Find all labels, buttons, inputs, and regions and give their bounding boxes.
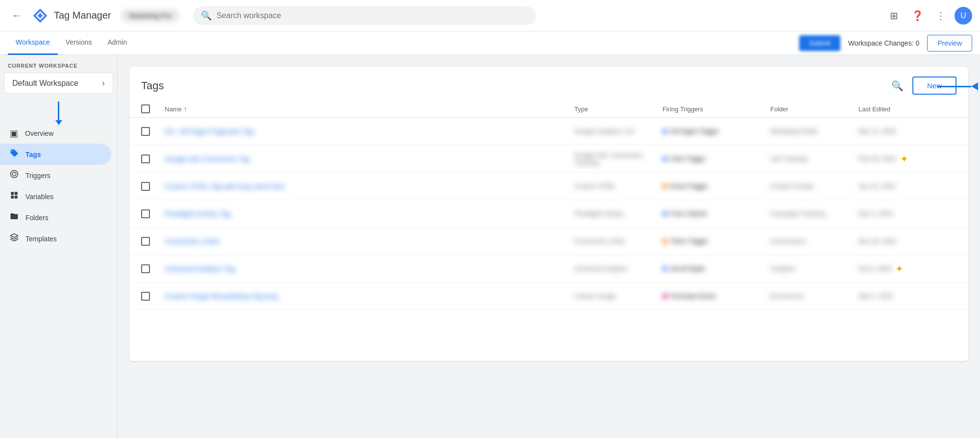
trigger-dot-orange — [662, 239, 667, 244]
sidebar: CURRENT WORKSPACE Default Workspace › ▣ … — [0, 55, 118, 438]
trigger-dot-pink — [662, 294, 667, 299]
select-all-checkbox[interactable] — [141, 104, 150, 113]
arrow-head-left — [971, 82, 978, 90]
navbar-right: Submit Workspace Changes: 0 Preview — [799, 35, 972, 52]
last-edited: Sep 1, 2023 — [858, 292, 956, 300]
col-triggers-header[interactable]: Firing Triggers — [662, 104, 770, 113]
table-row: Conversion Linker Conversion Linker Time… — [129, 228, 968, 255]
search-box: 🔍 — [193, 6, 536, 25]
down-arrow — [58, 102, 59, 121]
folder-name: Marketing Folder — [770, 128, 858, 135]
sidebar-item-tags[interactable]: Tags — [0, 144, 111, 165]
workspace-name-text: Default Workspace — [12, 79, 78, 88]
tab-workspace[interactable]: Workspace — [8, 31, 58, 55]
folder-name: Campaign Tracking — [770, 210, 858, 217]
sidebar-item-folders[interactable]: Folders — [0, 207, 111, 228]
last-edited: Oct 8, 2023 — [858, 265, 891, 272]
arrow-shaft — [937, 86, 971, 87]
back-icon: ← — [12, 10, 22, 21]
tags-title: Tags — [141, 79, 164, 92]
tag-name[interactable]: Custom HTML Tag with long name here — [165, 182, 574, 190]
row-checkbox — [141, 264, 165, 273]
last-edited: Dec 5, 2023 — [858, 210, 956, 217]
topbar-right: ⊞ ❓ ⋮ U — [884, 6, 972, 26]
last-edited: Mar 12, 2024 — [858, 128, 956, 135]
search-icon: 🔍 — [201, 10, 212, 21]
back-button[interactable]: ← — [8, 6, 25, 25]
col-checkbox — [141, 104, 165, 113]
row-checkbox — [141, 155, 165, 163]
col-type-header[interactable]: Type — [574, 104, 662, 113]
logo-icon — [31, 7, 49, 25]
workspace-name-button[interactable]: Default Workspace › — [4, 73, 113, 94]
tag-type: Google Analytics: UA — [574, 128, 662, 135]
tab-admin[interactable]: Admin — [99, 31, 135, 55]
sort-icon: ↑ — [184, 105, 187, 113]
row-checkbox — [141, 127, 165, 136]
folder-name: Conversions — [770, 237, 858, 245]
tag-name[interactable]: Google Ads Conversion Tag — [165, 155, 574, 163]
tag-type: Floodlight Activity — [574, 210, 662, 217]
overview-label: Overview — [25, 129, 53, 137]
sidebar-item-variables[interactable]: Variables — [0, 186, 111, 207]
folders-label: Folders — [25, 214, 49, 222]
tag-type: Universal Analytics — [574, 265, 662, 272]
search-container: 🔍 — [193, 6, 536, 25]
main-layout: CURRENT WORKSPACE Default Workspace › ▣ … — [0, 55, 980, 438]
tag-type: Custom HTML — [574, 182, 662, 190]
folder-name: Custom Scripts — [770, 182, 858, 190]
tags-search-icon-button[interactable]: 🔍 — [888, 77, 906, 95]
app-name: Tag Manager — [54, 10, 111, 21]
trigger-dot-blue — [662, 129, 667, 134]
avatar[interactable]: U — [955, 7, 972, 25]
more-icon-button[interactable]: ⋮ — [931, 6, 951, 26]
last-edited: Feb 28, 2024 — [858, 155, 896, 162]
triggers-label: Triggers — [25, 172, 50, 180]
trigger-dot-orange — [662, 184, 667, 189]
svg-rect-6 — [15, 192, 18, 195]
svg-rect-8 — [15, 196, 18, 199]
firing-trigger: All Pages Trigger — [662, 128, 770, 135]
tab-versions[interactable]: Versions — [58, 31, 100, 55]
preview-button[interactable]: Preview — [927, 35, 972, 52]
svg-rect-7 — [11, 196, 14, 199]
last-edited: Jan 15, 2024 — [858, 182, 956, 190]
tag-name[interactable]: Universal Analytics Tag — [165, 265, 574, 273]
col-name-header[interactable]: Name ↑ — [165, 104, 574, 113]
table-row: Google Ads Conversion Tag Google Ads: Co… — [129, 145, 968, 173]
table-header: Name ↑ Type Firing Triggers Folder Last … — [129, 101, 968, 118]
sidebar-item-triggers[interactable]: Triggers — [0, 165, 111, 186]
table-row: GA - All Pages Pageview Tag Google Analy… — [129, 118, 968, 145]
row-checkbox — [141, 292, 165, 301]
grid-icon-button[interactable]: ⊞ — [884, 6, 904, 26]
row-checkbox — [141, 209, 165, 218]
table-row: Custom Image Remarketing Tag long Custom… — [129, 283, 968, 310]
account-name[interactable]: Marketing Pro — [121, 9, 179, 23]
col-edited-header[interactable]: Last Edited — [858, 104, 956, 113]
help-icon-button[interactable]: ❓ — [907, 6, 927, 26]
workspace-changes: Workspace Changes: 0 — [848, 39, 919, 47]
submit-button[interactable]: Submit — [799, 35, 840, 51]
sidebar-item-templates[interactable]: Templates — [0, 228, 111, 249]
firing-trigger: Event Trigger — [662, 182, 770, 190]
firing-trigger: Scroll Depth — [662, 265, 770, 272]
more-icon: ⋮ — [936, 10, 946, 22]
tag-name[interactable]: GA - All Pages Pageview Tag — [165, 128, 574, 135]
templates-icon — [10, 233, 19, 244]
new-button-annotation — [937, 82, 978, 90]
workspace-chevron-icon: › — [102, 78, 105, 88]
tag-name[interactable]: Custom Image Remarketing Tag long — [165, 292, 574, 300]
navbar: Workspace Versions Admin Submit Workspac… — [0, 31, 980, 55]
tag-name[interactable]: Conversion Linker — [165, 237, 574, 245]
col-folder-header[interactable]: Folder — [770, 104, 858, 113]
tags-icon — [10, 149, 19, 160]
templates-label: Templates — [25, 235, 57, 243]
folder-name: Analytics — [770, 265, 858, 272]
trigger-dot-blue — [662, 266, 667, 271]
table-row: Floodlight Activity Tag Floodlight Activ… — [129, 200, 968, 228]
firing-trigger: Form Submit — [662, 210, 770, 217]
tag-name[interactable]: Floodlight Activity Tag — [165, 210, 574, 218]
tag-type: Custom Image — [574, 292, 662, 300]
search-input[interactable] — [217, 11, 528, 20]
sidebar-item-overview[interactable]: ▣ Overview — [0, 123, 111, 144]
